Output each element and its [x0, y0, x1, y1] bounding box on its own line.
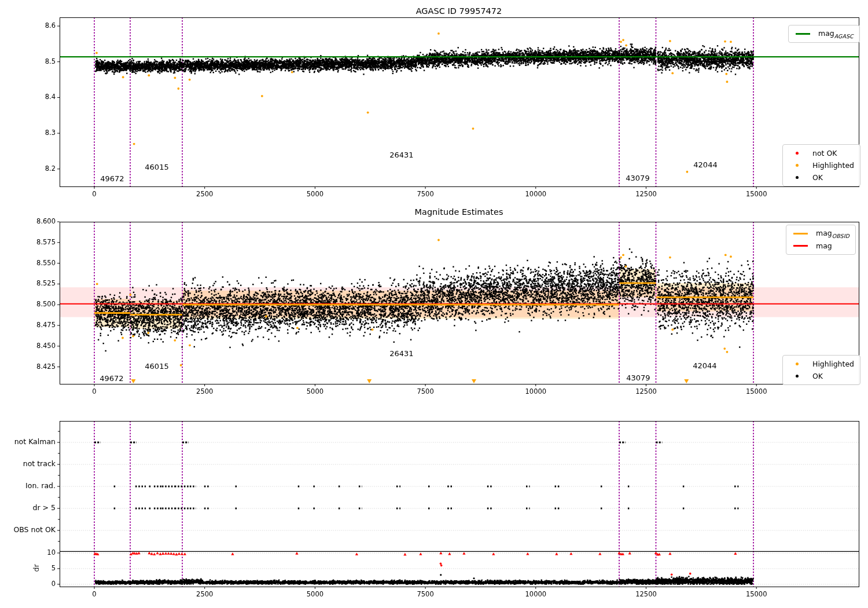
legend-line-swatch [790, 233, 811, 235]
obsid-label-46015: 46015 [145, 163, 168, 171]
obsid-label-49672: 49672 [100, 174, 124, 182]
legend-entry: OK [786, 171, 854, 184]
legend-entry: mag [790, 240, 849, 252]
obsid-label-42044: 42044 [693, 361, 716, 370]
legend-dot-icon [786, 362, 807, 365]
legend-label: Highlighted [812, 360, 854, 368]
legend-entry: OK [786, 370, 854, 382]
middle-plot-title: Magnitude Estimates [414, 207, 503, 217]
obsid-label-46015: 46015 [145, 362, 168, 371]
obsid-label-43079: 43079 [626, 373, 650, 382]
figure: AGASC ID 79957472 Magnitude Estimates ma… [0, 0, 868, 608]
legend-dot-icon [786, 164, 807, 167]
legend-dot-icon [786, 375, 807, 378]
legend-label: OK [812, 372, 823, 380]
obsid-label-26431: 26431 [389, 151, 413, 159]
obsid-label-42044: 42044 [693, 160, 717, 169]
legend-label: Highlighted [812, 161, 854, 170]
obsid-label-43079: 43079 [626, 174, 649, 182]
legend-entry: magAGASC [792, 28, 854, 40]
legend-dot-icon [786, 152, 807, 155]
obsid-label-49672: 49672 [100, 374, 123, 383]
legend-line-swatch [790, 245, 811, 247]
legend-line-swatch [792, 33, 813, 35]
obsid-label-26431: 26431 [389, 349, 413, 357]
legend-label: mag [816, 241, 832, 250]
legend-point-status: not OKHighlightedOK [782, 144, 860, 186]
legend-entry: not OK [786, 147, 854, 159]
legend-label: not OK [812, 149, 837, 158]
legend-label: magAGASC [818, 29, 854, 39]
legend-mag-obsid: magOBSIDmag [786, 225, 856, 255]
figure-canvas [0, 0, 868, 608]
legend-entry: Highlighted [786, 358, 854, 370]
legend-mag-agasc: magAGASC [788, 25, 860, 43]
legend-label: magOBSID [816, 229, 849, 239]
legend-label: OK [812, 173, 823, 182]
legend-dot-icon [786, 176, 807, 179]
legend-entry: magOBSID [790, 228, 849, 240]
top-plot-title: AGASC ID 79957472 [416, 6, 502, 16]
legend-highlighted-ok: HighlightedOK [782, 355, 860, 385]
legend-entry: Highlighted [786, 159, 854, 171]
